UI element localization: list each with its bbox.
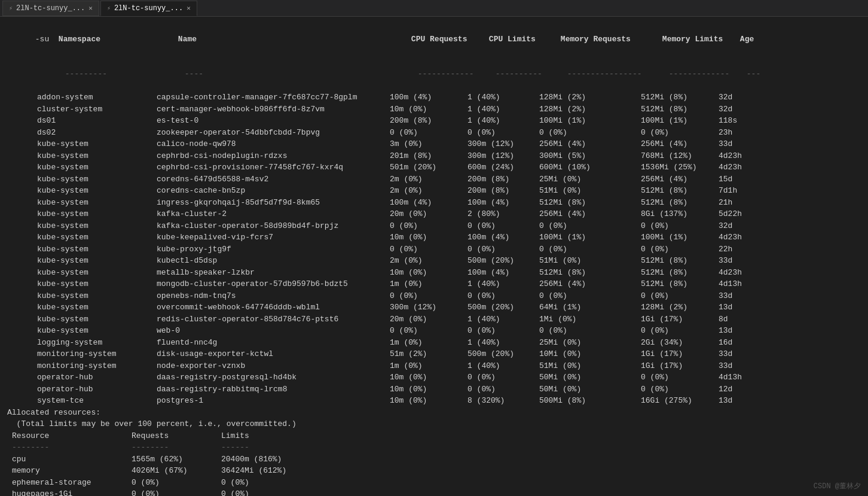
table-row: kube-systemmetallb-speaker-lzkbr10m (0%)… (7, 267, 861, 279)
table-row: kube-systemmongodb-cluster-operator-57db… (7, 278, 861, 290)
col-cpu-req-header: CPU Requests (411, 34, 489, 45)
tab-2[interactable]: ⚡ 2lN-tc-sunyy_... ✕ (100, 1, 197, 16)
table-row: cluster-systemcert-manager-webhook-b986f… (7, 104, 861, 115)
terminal-content: -su NamespaceNameCPU RequestsCPU LimitsM… (7, 22, 861, 92)
allocated-row: memory4026Mi (67%)36424Mi (612%) (7, 465, 861, 477)
table-row: kube-systemcoredns-6479d56588-m4sv22m (0… (7, 174, 861, 185)
table-row: operator-hubdaas-registry-rabbitmq-lrcm8… (7, 384, 861, 395)
table-row: monitoring-systemnode-exporter-vznxb1m (… (7, 360, 861, 372)
tab-bar: ⚡ 2lN-tc-sunyy_... ✕ ⚡ 2lN-tc-sunyy_... … (0, 0, 868, 17)
table-row: kube-systemkube-keepalived-vip-fcrs710m … (7, 232, 861, 244)
table-row: kube-systemopenebs-ndm-tnq7s0 (0%)0 (0%)… (7, 290, 861, 302)
prefix-label: -su (35, 35, 59, 44)
tab-icon-1: ⚡ (9, 5, 13, 12)
prefix-and-header: -su NamespaceNameCPU RequestsCPU LimitsM… (7, 22, 861, 57)
tab-1[interactable]: ⚡ 2lN-tc-sunyy_... ✕ (2, 1, 99, 16)
allocated-row: hugepages-1Gi0 (0%)0 (0%) (7, 488, 861, 496)
data-rows: addon-systemcapsule-controller-manager-7… (7, 92, 861, 407)
table-row: kube-systemkafka-cluster-220m (0%)2 (80%… (7, 208, 861, 220)
allocated-separator: ---------------------- (7, 442, 861, 454)
allocated-title: Allocated resources: (7, 407, 861, 419)
col-age-header: Age (740, 34, 754, 45)
allocated-header-row: ResourceRequestsLimits (7, 430, 861, 442)
col-name-header: Name (178, 34, 411, 45)
table-row: system-tcepostgres-110m (0%)8 (320%)500M… (7, 395, 861, 407)
table-row: ds02zookeeper-operator-54dbbfcbdd-7bpvg0… (7, 127, 861, 139)
table-row: kube-systemkube-proxy-jtg9f0 (0%)0 (0%)0… (7, 244, 861, 255)
table-row: kube-systemredis-cluster-operator-858d78… (7, 314, 861, 325)
tab-label-1: 2lN-tc-sunyy_... (16, 4, 85, 13)
tab-icon-2: ⚡ (107, 5, 111, 12)
tab-close-2[interactable]: ✕ (187, 4, 191, 12)
table-row: kube-systemcephrbd-csi-provisioner-77458… (7, 162, 861, 174)
table-row: kube-systemingress-gkqrohqaij-85df5d7f9d… (7, 197, 861, 209)
tab-close-1[interactable]: ✕ (88, 4, 93, 12)
table-row: logging-systemfluentd-nnc4g1m (0%)1 (40%… (7, 337, 861, 349)
col-mem-req-header: Memory Requests (561, 34, 662, 45)
allocated-row: cpu1565m (62%)20400m (816%) (7, 454, 861, 465)
table-row: kube-systemkubectl-d5dsp2m (0%)500m (20%… (7, 255, 861, 267)
separator-row: ----------------------------------------… (7, 57, 861, 92)
col-ns-header: Namespace (59, 34, 178, 45)
table-row: kube-systemovercommit-webhook-647746dddb… (7, 302, 861, 314)
table-row: operator-hubdaas-registry-postgresql-hd4… (7, 372, 861, 384)
allocated-section: Allocated resources: (Total limits may b… (7, 407, 861, 497)
terminal-container: -su NamespaceNameCPU RequestsCPU LimitsM… (0, 17, 868, 496)
table-row: kube-systemcalico-node-qw9783m (0%)300m … (7, 138, 861, 150)
allocated-row: ephemeral-storage0 (0%)0 (0%) (7, 477, 861, 489)
table-row: kube-systemweb-00 (0%)0 (0%)0 (0%)0 (0%)… (7, 325, 861, 337)
table-row: kube-systemkafka-cluster-operator-58d989… (7, 220, 861, 232)
table-row: kube-systemcoredns-cache-bn5zp2m (0%)200… (7, 185, 861, 197)
table-row: monitoring-systemdisk-usage-exporter-kct… (7, 348, 861, 360)
table-row: addon-systemcapsule-controller-manager-7… (7, 92, 861, 104)
table-row: kube-systemcephrbd-csi-nodeplugin-rdzxs2… (7, 150, 861, 162)
col-cpu-lim-header: CPU Limits (489, 34, 561, 45)
watermark: CSDN @董林夕 (814, 481, 861, 491)
table-row: ds01es-test-0200m (8%)1 (40%)100Mi (1%)1… (7, 115, 861, 127)
allocated-note: (Total limits may be over 100 percent, i… (7, 418, 861, 430)
col-mem-lim-header: Memory Limits (662, 34, 740, 45)
tab-label-2: 2lN-tc-sunyy_... (114, 4, 183, 13)
